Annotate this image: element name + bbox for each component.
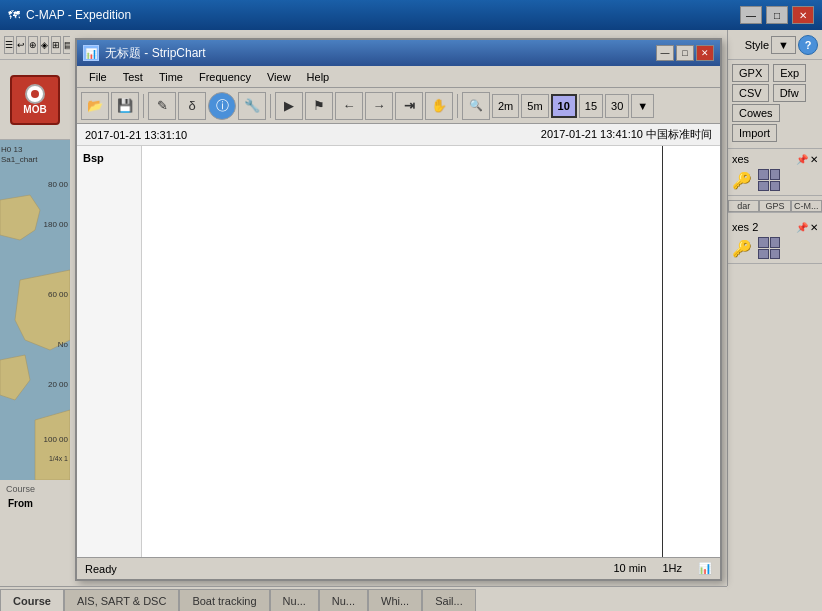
style-dropdown[interactable]: ▼ — [771, 36, 796, 54]
win-close-btn[interactable]: ✕ — [696, 45, 714, 61]
strip-chart-window: 📊 无标题 - StripChart — □ ✕ File Test Time … — [75, 38, 722, 581]
app-maximize-btn[interactable]: □ — [766, 6, 788, 24]
close-boxes-icon[interactable]: ✕ — [810, 154, 818, 165]
import-button[interactable]: Import — [732, 124, 777, 142]
boxes2-section: xes 2 📌 ✕ 🔑 — [728, 217, 822, 264]
flag-button[interactable]: ⚑ — [305, 92, 333, 120]
grid2-icon[interactable] — [758, 237, 780, 259]
app-minimize-btn[interactable]: — — [740, 6, 762, 24]
tab-gps[interactable]: GPS — [759, 200, 790, 212]
app-window-controls: — □ ✕ — [740, 6, 814, 24]
app-close-btn[interactable]: ✕ — [792, 6, 814, 24]
key2-icon[interactable]: 🔑 — [732, 239, 752, 258]
zoom-dropdown-button[interactable]: ▼ — [631, 94, 654, 118]
save-button[interactable]: 💾 — [111, 92, 139, 120]
window-title: 无标题 - StripChart — [105, 45, 206, 62]
tab-course[interactable]: Course — [0, 589, 64, 611]
chart-y-axis: Bsp — [77, 146, 142, 557]
boxes2-label: xes 2 — [732, 221, 758, 233]
key-icon[interactable]: 🔑 — [732, 171, 752, 190]
zoom-2m-button[interactable]: 2m — [492, 94, 519, 118]
play-button[interactable]: ▶ — [275, 92, 303, 120]
menu-frequency[interactable]: Frequency — [191, 69, 259, 85]
tab-whi[interactable]: Whi... — [368, 589, 422, 611]
zoom-5m-button[interactable]: 5m — [521, 94, 548, 118]
menu-help[interactable]: Help — [299, 69, 338, 85]
tab-ais[interactable]: AIS, SART & DSC — [64, 589, 179, 611]
toolbar-sep-3 — [457, 94, 458, 118]
toolbar-btn-4[interactable]: ◈ — [40, 36, 49, 54]
status-rate: 1Hz — [662, 562, 682, 575]
toolbar-btn-6[interactable]: ▤ — [63, 36, 70, 54]
menu-time[interactable]: Time — [151, 69, 191, 85]
win-minimize-btn[interactable]: — — [656, 45, 674, 61]
app-title: C-MAP - Expedition — [26, 8, 131, 22]
window-title-left: 📊 无标题 - StripChart — [83, 45, 206, 62]
info-button[interactable]: ⓘ — [208, 92, 236, 120]
forward-button[interactable]: → — [365, 92, 393, 120]
csv-button[interactable]: CSV — [732, 84, 769, 102]
style-label: Style — [745, 39, 769, 51]
back-button[interactable]: ← — [335, 92, 363, 120]
toolbar-sep-2 — [270, 94, 271, 118]
window-icon: 📊 — [83, 45, 99, 61]
status-right: 10 min 1Hz 📊 — [613, 562, 712, 575]
dfw-button[interactable]: Dfw — [773, 84, 806, 102]
close-boxes2-icon[interactable]: ✕ — [810, 222, 818, 233]
tab-boat-tracking[interactable]: Boat tracking — [179, 589, 269, 611]
tab-sail[interactable]: Sail... — [422, 589, 476, 611]
window-titlebar: 📊 无标题 - StripChart — □ ✕ — [77, 40, 720, 66]
tab-nu1[interactable]: Nu... — [270, 589, 319, 611]
status-duration: 10 min — [613, 562, 646, 575]
scale-fraction: 1/4x 1 — [49, 455, 68, 462]
export-section: GPX Exp CSV Dfw Cowes Import — [728, 60, 822, 149]
mob-button[interactable]: MOB — [10, 75, 60, 125]
time-start: 2017-01-21 13:31:10 — [85, 129, 187, 141]
zoom-button[interactable]: 🔍 — [462, 92, 490, 120]
scale-80: 80 00 — [48, 180, 68, 189]
grid-icon[interactable] — [758, 169, 780, 191]
scale-180: 180 00 — [44, 220, 68, 229]
win-maximize-btn[interactable]: □ — [676, 45, 694, 61]
zoom-10-button[interactable]: 10 — [551, 94, 577, 118]
toolbar-btn-1[interactable]: ☰ — [4, 36, 14, 54]
window-controls: — □ ✕ — [656, 45, 714, 61]
pin-icon[interactable]: 📌 — [796, 154, 808, 165]
menu-file[interactable]: File — [81, 69, 115, 85]
menu-test[interactable]: Test — [115, 69, 151, 85]
toolbar-btn-3[interactable]: ⊕ — [28, 36, 38, 54]
toolbar-btn-2[interactable]: ↩ — [16, 36, 26, 54]
channel-label: Bsp — [79, 150, 139, 166]
pin2-icon[interactable]: 📌 — [796, 222, 808, 233]
zoom-15-button[interactable]: 15 — [579, 94, 603, 118]
chart-label: Sa1_chart — [1, 155, 37, 164]
open-button[interactable]: 📂 — [81, 92, 109, 120]
edit-button[interactable]: ✎ — [148, 92, 176, 120]
chart-plot[interactable] — [142, 146, 720, 557]
exp-button[interactable]: Exp — [773, 64, 806, 82]
delta-button[interactable]: δ — [178, 92, 206, 120]
app-title-area: 🗺 C-MAP - Expedition — [8, 8, 131, 22]
chart-toolbar: 📂 💾 ✎ δ ⓘ 🔧 ▶ ⚑ ← → ⇥ ✋ 🔍 2m 5m 10 15 30… — [77, 88, 720, 124]
tab-cm[interactable]: C-M... — [791, 200, 822, 212]
end-button[interactable]: ⇥ — [395, 92, 423, 120]
tab-dar[interactable]: dar — [728, 200, 759, 212]
zoom-30-button[interactable]: 30 — [605, 94, 629, 118]
tab-nu2[interactable]: Nu... — [319, 589, 368, 611]
help-button[interactable]: ? — [798, 35, 818, 55]
hand-button[interactable]: ✋ — [425, 92, 453, 120]
menu-view[interactable]: View — [259, 69, 299, 85]
boxes-label: xes — [732, 153, 749, 165]
settings-button[interactable]: 🔧 — [238, 92, 266, 120]
chart-content: 2017-01-21 13:31:10 2017-01-21 13:41:10 … — [77, 124, 720, 579]
menu-bar: File Test Time Frequency View Help — [77, 66, 720, 88]
bottom-tabs: Course AIS, SART & DSC Boat tracking Nu.… — [0, 586, 727, 611]
gpx-button[interactable]: GPX — [732, 64, 769, 82]
cursor-line — [662, 146, 663, 557]
cowes-button[interactable]: Cowes — [732, 104, 780, 122]
time-header: 2017-01-21 13:31:10 2017-01-21 13:41:10 … — [77, 124, 720, 146]
status-icon: 📊 — [698, 562, 712, 575]
from-label: From — [4, 496, 66, 511]
scale-label-h0: H0 13 — [1, 145, 22, 154]
toolbar-btn-5[interactable]: ⊞ — [51, 36, 61, 54]
